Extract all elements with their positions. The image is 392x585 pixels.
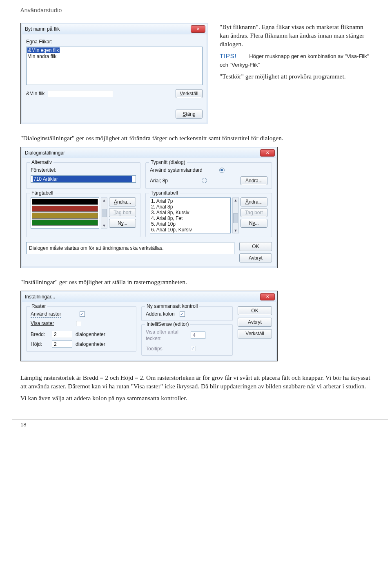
list-item[interactable]: 2. Arial 8p bbox=[151, 204, 229, 210]
avbryt-button[interactable]: Avbryt bbox=[238, 318, 272, 327]
checkbox-addera-kolon[interactable] bbox=[180, 312, 185, 317]
list-item[interactable]: &Min egen flik bbox=[27, 47, 60, 53]
unit-label: dialogenheter bbox=[76, 331, 105, 338]
andra-button[interactable]: Ändra... bbox=[109, 197, 136, 206]
body-text: "Byt fliknamn". Egna flikar visas och ma… bbox=[220, 23, 372, 49]
tabs-listbox[interactable]: &Min egen flik Min andra flik bbox=[26, 47, 203, 85]
body-text: Lämplig rasterstorlek är Bredd = 2 och H… bbox=[20, 374, 372, 391]
label-min-flik: &Min flik bbox=[26, 90, 45, 97]
ok-button[interactable]: OK bbox=[239, 242, 272, 251]
dialog-rename-tab: Byt namn på flik Egna Flikar: &Min egen … bbox=[20, 23, 208, 125]
page-number: 18 bbox=[20, 421, 372, 428]
label-egna-flikar: Egna Flikar: bbox=[26, 38, 203, 45]
ok-button[interactable]: OK bbox=[238, 306, 272, 315]
verkstall-button[interactable]: Verkställ bbox=[238, 329, 272, 338]
dialog3-title: Inställningar... bbox=[25, 294, 55, 300]
body-text: Vi kan även välja att addera kolon på ny… bbox=[20, 394, 372, 403]
dialog-installningar: Inställningar... Raster Använd raster Vi… bbox=[20, 291, 278, 361]
color-swatch[interactable] bbox=[32, 206, 98, 212]
checkbox-tooltips[interactable] bbox=[191, 346, 196, 351]
body-text: "Dialoginställningar" ger oss möjlighet … bbox=[20, 134, 372, 143]
color-swatch[interactable] bbox=[32, 199, 98, 205]
label-fonstertitel: Fönstertitel: bbox=[31, 167, 136, 173]
tips-text: Höger musknapp ger en kombination av "Vi… bbox=[220, 53, 369, 68]
scrollbar[interactable]: ▲▼ bbox=[101, 197, 107, 229]
ny-button[interactable]: Ny... bbox=[109, 219, 136, 228]
ny-button[interactable]: Ny... bbox=[241, 219, 267, 228]
radio-systemstandard[interactable] bbox=[219, 168, 225, 173]
group-intellisense: IntelliSense (editor) bbox=[145, 321, 190, 327]
tagbort-button[interactable]: Tag bort bbox=[109, 208, 136, 217]
label-addera-kolon: Addera kolon bbox=[146, 311, 175, 317]
antal-tecken-input[interactable] bbox=[191, 332, 205, 339]
tips-label: TIPS! bbox=[220, 52, 236, 59]
dialog1-title: Byt namn på flik bbox=[25, 26, 60, 32]
color-swatch[interactable] bbox=[32, 213, 98, 219]
tips-line: TIPS! Höger musknapp ger en kombination … bbox=[220, 52, 372, 69]
checkbox-visa-raster[interactable] bbox=[76, 321, 81, 326]
header-studio: Användarstudio bbox=[20, 5, 372, 16]
label-hojd: Höjd: bbox=[31, 341, 49, 347]
restart-note: Dialogen måste startas om för att ändrin… bbox=[26, 242, 234, 254]
label-systemstandard: Använd systemstandard bbox=[150, 167, 203, 173]
andra-button[interactable]: Ändra... bbox=[241, 197, 267, 206]
label-anvand-raster: Använd raster bbox=[31, 311, 61, 318]
list-item[interactable]: 4. Arial 8p, Fet bbox=[151, 215, 229, 221]
dialog-settings: Dialoginställningar Alternativ Fönsterti… bbox=[20, 147, 278, 268]
label-arial8p: Arial; 8p bbox=[150, 177, 168, 184]
close-icon[interactable] bbox=[260, 293, 275, 300]
scrollbar[interactable]: ▲▼ bbox=[232, 197, 239, 233]
close-icon[interactable] bbox=[191, 25, 205, 33]
label-bredd: Bredd: bbox=[31, 331, 49, 338]
footer-rule bbox=[12, 419, 388, 419]
close-icon[interactable] bbox=[260, 149, 275, 157]
label-visa-raster: Visa raster bbox=[31, 320, 54, 327]
group-typsnittabell: Typsnittabell bbox=[149, 190, 180, 196]
unit-label: dialogenheter bbox=[76, 341, 105, 347]
list-item[interactable]: 3. Arial 8p, Kursiv bbox=[151, 210, 229, 215]
list-item[interactable]: 5. Arial 10p bbox=[151, 221, 229, 227]
group-alternativ: Alternativ bbox=[30, 159, 53, 166]
dialog2-title: Dialoginställningar bbox=[25, 150, 65, 156]
stang-button[interactable]: Stäng bbox=[176, 110, 203, 119]
label-visa-antal: Visa efter antal tecken: bbox=[146, 329, 187, 342]
body-text: "Inställningar" ger oss möjlighet att st… bbox=[20, 278, 372, 287]
verkstall-button[interactable]: Verkställ bbox=[176, 89, 203, 98]
group-fargtabell: Färgtabell bbox=[30, 190, 55, 196]
andra-button[interactable]: Ändra... bbox=[241, 176, 267, 185]
radio-arial8p[interactable] bbox=[202, 178, 207, 183]
checkbox-anvand-raster[interactable] bbox=[80, 312, 85, 317]
tabname-input[interactable] bbox=[48, 90, 113, 97]
avbryt-button[interactable]: Avbryt bbox=[239, 253, 272, 262]
font-listbox[interactable]: 1. Arial 7p 2. Arial 8p 3. Arial 8p, Kur… bbox=[150, 197, 231, 233]
group-raster: Raster bbox=[30, 303, 47, 309]
fonstertitel-input[interactable]: 710 Artiklar bbox=[31, 175, 136, 183]
color-swatch[interactable] bbox=[32, 220, 98, 226]
label-tooltips: Tooltips bbox=[146, 345, 187, 352]
list-item[interactable]: Min andra flik bbox=[27, 54, 201, 60]
group-nysammansatt: Ny sammansatt kontroll bbox=[145, 303, 199, 309]
tagbort-button[interactable]: Tag bort bbox=[241, 208, 267, 217]
list-item[interactable]: 1. Arial 7p bbox=[151, 198, 229, 204]
hojd-input[interactable] bbox=[52, 341, 72, 348]
body-text: "Testkör" ger möjlighet att provköra pro… bbox=[220, 72, 372, 81]
bredd-input[interactable] bbox=[52, 331, 72, 338]
list-item[interactable]: 6. Arial 10p, Kursiv bbox=[151, 227, 229, 233]
header-rule bbox=[12, 17, 388, 17]
group-typsnitt: Typsnitt (dialog) bbox=[149, 159, 187, 166]
